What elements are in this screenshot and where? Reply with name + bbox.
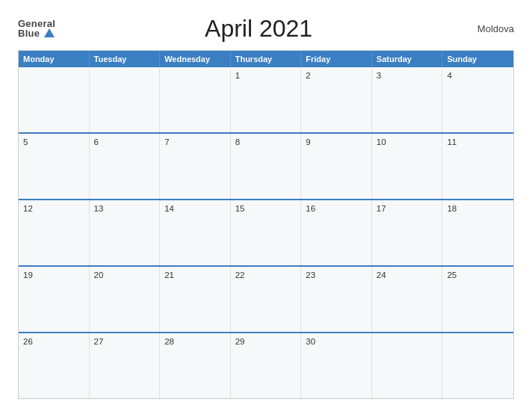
weekday-header: Thursday [231,51,302,67]
day-number: 25 [447,271,457,279]
day-number: 19 [23,271,33,279]
day-number: 30 [306,337,315,346]
day-number: 22 [235,271,245,279]
calendar-cell: 7 [160,134,231,199]
day-number: 26 [23,337,33,346]
calendar-cell: 10 [372,134,443,199]
calendar-cell [372,333,443,398]
day-number: 14 [164,204,174,213]
calendar: MondayTuesdayWednesdayThursdayFridaySatu… [18,50,514,399]
weekday-header: Tuesday [90,51,161,67]
calendar-cell: 26 [19,333,90,398]
day-number: 1 [235,71,240,80]
calendar-cell: 13 [90,200,161,265]
weekday-header: Wednesday [160,51,231,67]
calendar-cell: 19 [19,267,90,332]
calendar-cell: 17 [372,200,443,265]
day-number: 8 [235,137,240,146]
calendar-cell: 1 [231,67,302,132]
calendar-cell: 14 [160,200,231,265]
logo-blue-text: Blue [18,28,55,39]
day-number: 6 [94,137,99,146]
calendar-cell [442,333,513,398]
calendar-cell: 3 [372,67,443,132]
weekday-header: Friday [301,51,372,67]
page: General Blue April 2021 Moldova MondayTu… [0,0,532,411]
day-number: 23 [306,271,315,279]
calendar-cell [19,67,90,132]
calendar-cell: 18 [442,200,513,265]
logo-triangle-icon [44,28,55,37]
header: General Blue April 2021 Moldova [18,15,514,43]
calendar-cell: 15 [231,200,302,265]
calendar-week: 12131415161718 [19,199,513,265]
day-number: 21 [164,271,174,279]
calendar-week: 567891011 [19,132,513,199]
weekday-header: Saturday [372,51,443,67]
calendar-cell: 28 [160,333,231,398]
day-number: 20 [94,271,104,279]
calendar-week: 1234 [19,67,513,132]
day-number: 9 [306,137,310,146]
day-number: 5 [23,137,28,146]
calendar-cell: 4 [442,67,513,132]
day-number: 15 [235,204,245,213]
day-number: 3 [377,71,381,80]
calendar-cell: 20 [90,267,161,332]
calendar-cell: 22 [231,267,302,332]
day-number: 10 [377,137,386,146]
day-number: 29 [235,337,245,346]
day-number: 18 [447,204,457,213]
calendar-cell: 9 [301,134,372,199]
calendar-cell: 29 [231,333,302,398]
day-number: 24 [377,271,386,279]
day-number: 7 [164,137,169,146]
day-number: 16 [306,204,315,213]
calendar-cell [90,67,161,132]
calendar-cell: 25 [442,267,513,332]
day-number: 17 [377,204,386,213]
calendar-title: April 2021 [55,15,462,43]
day-number: 11 [447,137,457,146]
day-number: 28 [164,337,174,346]
logo-text: General Blue [18,19,55,39]
calendar-cell: 8 [231,134,302,199]
calendar-cell: 23 [301,267,372,332]
day-number: 12 [23,204,33,213]
calendar-cell: 11 [442,134,513,199]
logo: General Blue [18,19,55,39]
weekday-header: Sunday [442,51,513,67]
calendar-cell: 24 [372,267,443,332]
calendar-cell: 21 [160,267,231,332]
calendar-week: 2627282930 [19,332,513,398]
calendar-cell: 6 [90,134,161,199]
weekday-header: Monday [19,51,90,67]
country-label: Moldova [462,23,514,34]
calendar-cell: 5 [19,134,90,199]
day-number: 27 [94,337,104,346]
day-number: 2 [306,71,310,80]
calendar-cell: 16 [301,200,372,265]
calendar-cell: 2 [301,67,372,132]
day-number: 4 [447,71,451,80]
calendar-cell [160,67,231,132]
calendar-cell: 30 [301,333,372,398]
calendar-cell: 12 [19,200,90,265]
day-number: 13 [94,204,104,213]
calendar-week: 19202122232425 [19,265,513,332]
calendar-body: 1234567891011121314151617181920212223242… [19,67,513,398]
calendar-cell: 27 [90,333,161,398]
calendar-header: MondayTuesdayWednesdayThursdayFridaySatu… [19,51,513,67]
